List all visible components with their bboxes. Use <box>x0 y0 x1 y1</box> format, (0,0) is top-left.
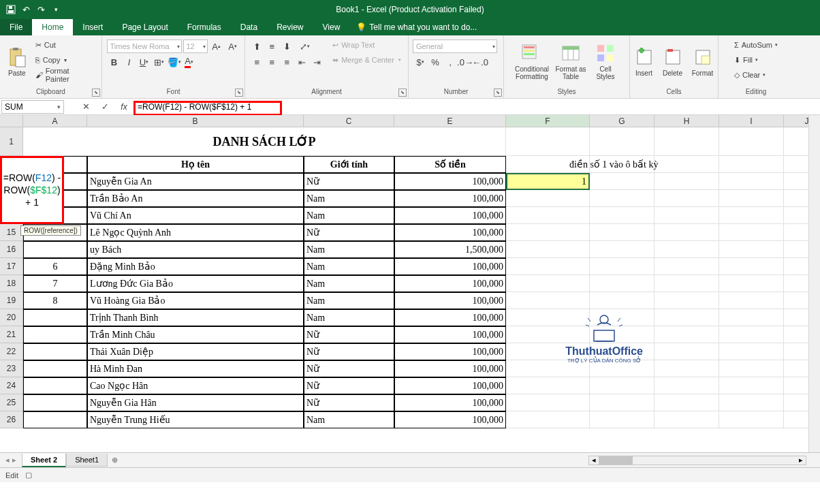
col-header-I[interactable]: I <box>719 115 784 127</box>
row-header-23[interactable]: 23 <box>0 360 23 377</box>
fx-button[interactable]: fx <box>114 100 133 114</box>
align-left-button[interactable]: ≡ <box>249 55 264 69</box>
font-size-combo[interactable]: 12 <box>183 40 208 53</box>
align-top-button[interactable]: ⬆ <box>249 40 264 53</box>
alignment-launcher[interactable]: ⬊ <box>398 89 407 97</box>
clear-button[interactable]: ◇Clear▾ <box>731 68 780 82</box>
cut-button[interactable]: ✂Cut <box>33 38 97 52</box>
tab-file[interactable]: File <box>0 19 32 35</box>
qat-customize-icon[interactable]: ▾ <box>49 3 63 16</box>
cell-f12-active[interactable]: 1 <box>506 173 590 190</box>
format-painter-button[interactable]: 🖌Format Painter <box>33 68 97 82</box>
row-header-21[interactable]: 21 <box>0 326 23 343</box>
border-button[interactable]: ⊞▾ <box>152 55 167 69</box>
undo-icon[interactable]: ↶ <box>19 3 33 16</box>
increase-indent-button[interactable]: ⇥ <box>309 55 324 69</box>
orientation-button[interactable]: ⤢▾ <box>294 40 315 53</box>
sheet-nav[interactable]: ◂▸ <box>0 456 22 464</box>
insert-cells-button[interactable]: Insert <box>631 38 657 84</box>
font-name-combo[interactable]: Times New Roma <box>107 40 182 53</box>
tell-me-search[interactable]: 💡 Tell me what you want to do... <box>349 19 484 35</box>
redo-icon[interactable]: ↷ <box>34 3 48 16</box>
select-all-corner[interactable] <box>0 115 23 127</box>
col-header-C[interactable]: C <box>304 115 394 127</box>
row-header-18[interactable]: 18 <box>0 275 23 292</box>
tab-review[interactable]: Review <box>267 19 313 35</box>
cells-body[interactable]: DANH SÁCH LỚPSTTHọ tênGiới tínhSố tiềnNg… <box>23 127 820 428</box>
cell-styles-button[interactable]: Cell Styles <box>590 38 620 84</box>
row-header-19[interactable]: 19 <box>0 292 23 309</box>
row-header-24[interactable]: 24 <box>0 377 23 394</box>
copy-button[interactable]: ⎘Copy▾ <box>33 53 97 67</box>
shrink-font-button[interactable]: A▾ <box>225 40 240 53</box>
row-header-26[interactable]: 26 <box>0 411 23 428</box>
tab-view[interactable]: View <box>313 19 350 35</box>
font-color-button[interactable]: A▾ <box>182 55 197 69</box>
number-launcher[interactable]: ⬊ <box>494 89 502 97</box>
paste-button[interactable]: Paste <box>4 38 30 84</box>
cell-formula-overlay[interactable]: =ROW(F12) - ROW($F$12) + 1 <box>0 156 64 224</box>
fill-color-button[interactable]: 🪣▾ <box>167 55 182 69</box>
align-right-button[interactable]: ≡ <box>279 55 294 69</box>
row-header-20[interactable]: 20 <box>0 309 23 326</box>
decrease-indent-button[interactable]: ⇤ <box>294 55 309 69</box>
accept-formula-button[interactable]: ✓ <box>95 100 114 114</box>
row-header-17[interactable]: 17 <box>0 258 23 275</box>
row-header-15[interactable]: 15 <box>0 224 23 241</box>
col-header-B[interactable]: B <box>87 115 304 127</box>
vertical-scrollbar[interactable] <box>808 115 820 452</box>
tab-insert[interactable]: Insert <box>73 19 112 35</box>
align-middle-button[interactable]: ≡ <box>264 40 279 53</box>
ribbon-tabs: File Home Insert Page Layout Formulas Da… <box>0 19 820 35</box>
col-header-F[interactable]: F <box>506 115 590 127</box>
fill-button[interactable]: ⬇Fill▾ <box>731 53 780 67</box>
row-header-16[interactable]: 16 <box>0 241 23 258</box>
save-icon[interactable] <box>4 3 18 16</box>
autosum-button[interactable]: ΣAutoSum▾ <box>731 38 780 52</box>
sheet-title[interactable]: DANH SÁCH LỚP <box>23 127 506 156</box>
align-bottom-button[interactable]: ⬇ <box>279 40 294 53</box>
align-center-button[interactable]: ≡ <box>264 55 279 69</box>
wrap-text-button[interactable]: ↩Wrap Text <box>330 38 404 52</box>
col-header-G[interactable]: G <box>590 115 655 127</box>
merge-center-button[interactable]: ⬌Merge & Center▾ <box>330 53 404 67</box>
clipboard-launcher[interactable]: ⬊ <box>92 89 100 97</box>
comma-button[interactable]: , <box>443 55 458 69</box>
font-launcher[interactable]: ⬊ <box>235 89 243 97</box>
number-format-combo[interactable]: General <box>413 40 497 53</box>
eraser-icon: ◇ <box>734 71 740 80</box>
decrease-decimal-button[interactable]: ←.0 <box>473 55 488 69</box>
percent-button[interactable]: % <box>428 55 443 69</box>
add-sheet-button[interactable]: ⊕ <box>108 456 121 464</box>
editing-label: Editing <box>723 88 789 97</box>
underline-button[interactable]: U▾ <box>137 55 152 69</box>
macro-record-icon[interactable]: ▢ <box>25 471 32 479</box>
tab-page-layout[interactable]: Page Layout <box>112 19 177 35</box>
title-bar: ↶ ↷ ▾ Book1 - Excel (Product Activation … <box>0 0 820 19</box>
row-header-22[interactable]: 22 <box>0 343 23 360</box>
sheet-tab-active[interactable]: Sheet 2 <box>22 454 66 467</box>
cancel-formula-button[interactable]: ✕ <box>76 100 95 114</box>
delete-cells-button[interactable]: Delete <box>660 38 686 84</box>
col-header-H[interactable]: H <box>655 115 719 127</box>
italic-button[interactable]: I <box>122 55 137 69</box>
tab-formulas[interactable]: Formulas <box>178 19 231 35</box>
col-header-A[interactable]: A <box>23 115 87 127</box>
increase-decimal-button[interactable]: .0→ <box>458 55 473 69</box>
tab-home[interactable]: Home <box>32 19 73 35</box>
formula-input[interactable]: =ROW(F12) - ROW($F$12) + 1 <box>133 102 820 112</box>
name-box[interactable]: SUM <box>1 100 64 114</box>
accounting-button[interactable]: $▾ <box>413 55 428 69</box>
row-header-25[interactable]: 25 <box>0 394 23 411</box>
horizontal-scrollbar[interactable]: ◂▸ <box>588 456 806 465</box>
conditional-formatting-button[interactable]: Conditional Formatting <box>513 38 551 84</box>
bold-button[interactable]: B <box>107 55 122 69</box>
format-table-button[interactable]: Format as Table <box>554 38 588 84</box>
format-cells-button[interactable]: Format <box>689 38 717 84</box>
grow-font-button[interactable]: A▴ <box>209 40 224 53</box>
sheet-tab-other[interactable]: Sheet1 <box>66 454 108 467</box>
row-header-1[interactable]: 1 <box>0 127 23 156</box>
tab-data[interactable]: Data <box>231 19 267 35</box>
col-header-E[interactable]: E <box>394 115 506 127</box>
spreadsheet-grid[interactable]: ABCEFGHIJ 111121314151617181920212223242… <box>0 115 820 452</box>
